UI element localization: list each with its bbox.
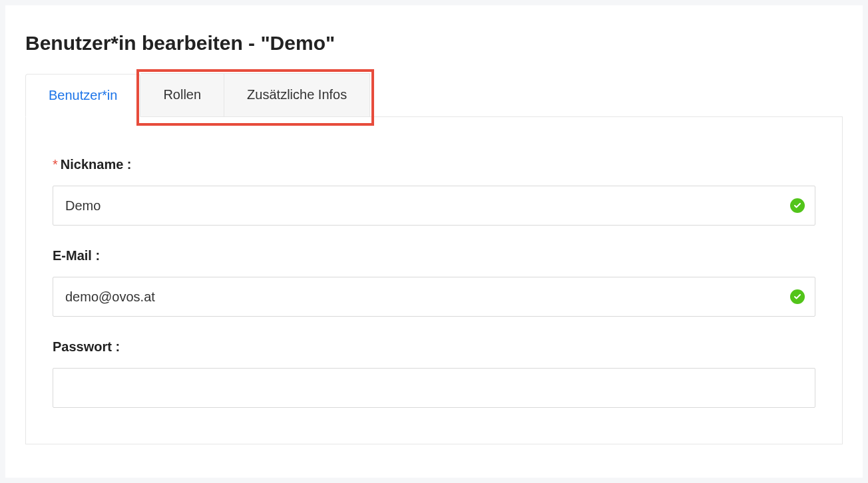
tabs: Benutzer*in Rollen Zusätzliche Infos	[25, 73, 843, 117]
form-group-password: Passwort :	[53, 339, 815, 408]
tab-roles[interactable]: Rollen	[140, 73, 224, 116]
check-circle-icon	[790, 289, 805, 304]
password-input-wrap	[53, 368, 815, 408]
form-group-email: E-Mail :	[53, 248, 815, 317]
email-input[interactable]	[53, 277, 815, 317]
check-circle-icon	[790, 198, 805, 213]
page-title: Benutzer*in bearbeiten - "Demo"	[25, 32, 843, 55]
tabs-wrap: Benutzer*in Rollen Zusätzliche Infos *Ni…	[25, 73, 843, 444]
tab-user[interactable]: Benutzer*in	[25, 74, 140, 117]
required-mark: *	[53, 157, 58, 172]
nickname-input[interactable]	[53, 186, 815, 226]
form-panel: *Nickname : E-Mail :	[25, 117, 843, 444]
main-container: Benutzer*in bearbeiten - "Demo" Benutzer…	[5, 5, 863, 478]
nickname-label: *Nickname :	[53, 157, 815, 172]
tab-extra[interactable]: Zusätzliche Infos	[224, 73, 370, 116]
nickname-input-wrap	[53, 186, 815, 226]
nickname-label-text: Nickname :	[61, 157, 132, 172]
email-label: E-Mail :	[53, 248, 815, 263]
password-input[interactable]	[53, 368, 815, 408]
password-label: Passwort :	[53, 339, 815, 355]
email-input-wrap	[53, 277, 815, 317]
form-group-nickname: *Nickname :	[53, 157, 815, 226]
